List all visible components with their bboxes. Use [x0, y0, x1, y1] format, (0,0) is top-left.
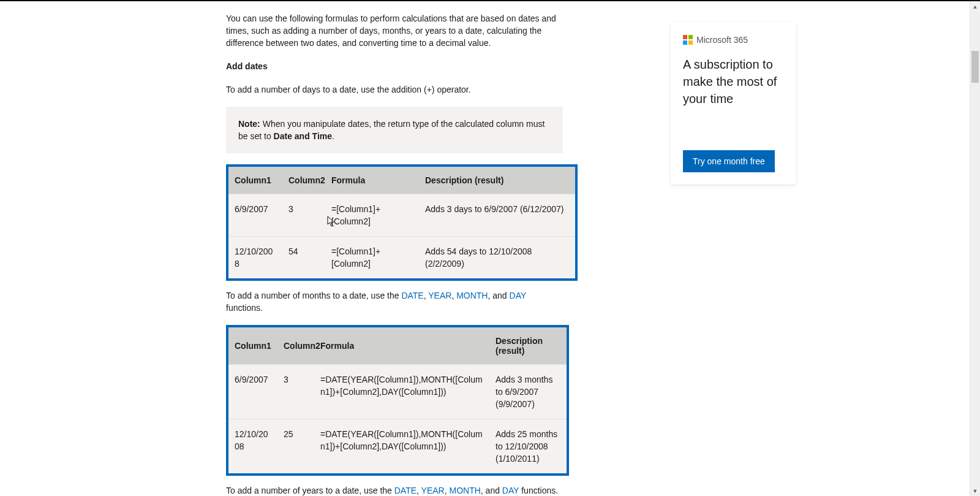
note-label: Note: [238, 119, 260, 129]
th-column2: Column2 [277, 327, 314, 365]
table-row: 6/9/2007 3 =[Column1]+[Column2] Adds 3 d… [228, 194, 575, 237]
th-formula: Formula [325, 167, 419, 194]
cell-desc: Adds 3 days to 6/9/2007 (6/12/2007) [419, 194, 575, 237]
para-add-months: To add a number of months to a date, use… [226, 289, 563, 314]
brand-text: Microsoft 365 [696, 35, 748, 45]
cell-formula: =DATE(YEAR([Column1]),MONTH([Column1])+[… [314, 419, 489, 474]
table-row: 12/10/2008 54 =[Column1]+[Column2] Adds … [228, 237, 575, 279]
cell-formula: =[Column1]+[Column2] [325, 237, 419, 279]
para-add-days: To add a number of days to a date, use t… [226, 83, 563, 96]
cell-formula: =[Column1]+[Column2] [325, 194, 419, 237]
scroll-down-arrow-icon[interactable]: ▼ [970, 486, 980, 496]
cell-col1: 6/9/2007 [228, 365, 277, 419]
svg-rect-0 [683, 35, 687, 39]
cell-col1: 12/10/2008 [228, 419, 277, 474]
microsoft-logo-icon [683, 35, 693, 45]
svg-rect-2 [683, 40, 687, 45]
note-text-2: . [332, 131, 334, 141]
link-day-fn[interactable]: DAY [510, 291, 527, 300]
th-column2: Column2 [282, 167, 325, 194]
cell-col2: 3 [277, 365, 314, 419]
link-year-fn[interactable]: YEAR [421, 486, 445, 495]
microsoft-365-brand: Microsoft 365 [683, 35, 783, 45]
table-add-months: Column1 Column2 Formula Description (res… [226, 325, 569, 476]
scrollbar-thumb[interactable] [971, 51, 979, 83]
link-date-fn[interactable]: DATE [401, 291, 423, 300]
th-description: Description (result) [419, 167, 575, 194]
table-row: 6/9/2007 3 =DATE(YEAR([Column1]),MONTH([… [228, 365, 567, 419]
note-callout: Note: When you manipulate dates, the ret… [226, 107, 563, 153]
th-column1: Column1 [228, 327, 277, 365]
promo-card: Microsoft 365 A subscription to make the… [671, 23, 796, 185]
link-year-fn[interactable]: YEAR [428, 291, 451, 300]
svg-rect-3 [688, 40, 693, 45]
cell-desc: Adds 54 days to 12/10/2008 (2/2/2009) [419, 237, 575, 279]
cell-desc: Adds 25 months to 12/10/2008 (1/10/2011) [489, 419, 567, 474]
th-formula: Formula [314, 327, 489, 365]
table-row: 12/10/2008 25 =DATE(YEAR([Column1]),MONT… [228, 419, 567, 474]
cell-col2: 3 [282, 194, 325, 237]
cell-col1: 6/9/2007 [228, 194, 282, 237]
vertical-scrollbar[interactable]: ▲ ▼ [970, 1, 980, 496]
promo-title: A subscription to make the most of your … [683, 56, 783, 107]
link-month-fn[interactable]: MONTH [449, 486, 480, 495]
para-add-years: To add a number of years to a date, use … [226, 484, 563, 496]
cell-desc: Adds 3 months to 6/9/2007 (9/9/2007) [489, 365, 567, 419]
table-header-row: Column1 Column2 Formula Description (res… [228, 167, 575, 194]
link-day-fn[interactable]: DAY [502, 486, 519, 495]
intro-text: You can use the following formulas to pe… [226, 12, 563, 49]
link-date-fn[interactable]: DATE [394, 486, 417, 495]
section-heading-add-dates: Add dates [226, 61, 563, 71]
scroll-up-arrow-icon[interactable]: ▲ [970, 1, 980, 12]
th-column1: Column1 [228, 167, 282, 194]
try-free-button[interactable]: Try one month free [683, 150, 775, 172]
table-add-days: Column1 Column2 Formula Description (res… [226, 164, 578, 281]
th-description: Description (result) [489, 327, 567, 365]
scrollbar-track[interactable] [970, 12, 980, 486]
svg-rect-1 [688, 35, 693, 39]
cell-col2: 54 [282, 237, 325, 279]
link-month-fn[interactable]: MONTH [456, 291, 488, 300]
cell-col1: 12/10/2008 [228, 237, 282, 279]
table-header-row: Column1 Column2 Formula Description (res… [228, 327, 567, 365]
page-scroll-region[interactable]: You can use the following formulas to pe… [0, 1, 941, 496]
cell-col2: 25 [277, 419, 314, 474]
note-strong: Date and Time [274, 131, 332, 141]
cell-formula: =DATE(YEAR([Column1]),MONTH([Column1])+[… [314, 365, 489, 419]
